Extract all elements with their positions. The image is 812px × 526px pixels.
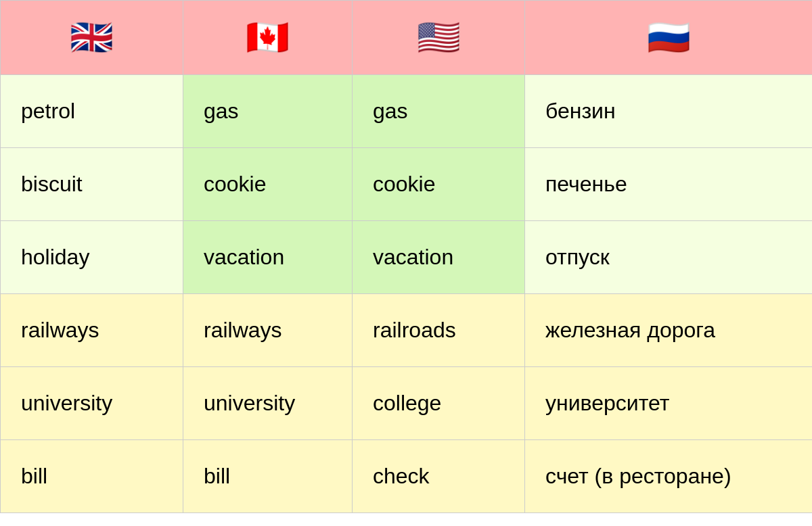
cell-university-col3: college (353, 367, 525, 440)
cell-holiday-col2: vacation (183, 221, 353, 294)
cell-holiday-col4: отпуск (525, 221, 813, 294)
header-row: 🇬🇧 🇨🇦 🇺🇸 🇷🇺 (1, 1, 813, 75)
header-col2: 🇨🇦 (183, 1, 353, 75)
cell-railways-col3: railroads (353, 294, 525, 367)
cell-petrol-col1: petrol (1, 75, 183, 148)
table-row-holiday: holidayvacationvacationотпуск (1, 221, 813, 294)
table-row-petrol: petrolgasgasбензин (1, 75, 813, 148)
table-row-bill: billbillcheckсчет (в ресторане) (1, 440, 813, 513)
table-row-railways: railwaysrailwaysrailroadsжелезная дорога (1, 294, 813, 367)
cell-biscuit-col4: печенье (525, 148, 813, 221)
cell-railways-col2: railways (183, 294, 353, 367)
cell-bill-col4: счет (в ресторане) (525, 440, 813, 513)
header-col3: 🇺🇸 (353, 1, 525, 75)
cell-railways-col4: железная дорога (525, 294, 813, 367)
cell-biscuit-col1: biscuit (1, 148, 183, 221)
cell-petrol-col3: gas (353, 75, 525, 148)
cell-bill-col2: bill (183, 440, 353, 513)
table-row-university: universityuniversitycollegeуниверситет (1, 367, 813, 440)
cell-biscuit-col2: cookie (183, 148, 353, 221)
header-col4: 🇷🇺 (525, 1, 813, 75)
table-row-biscuit: biscuitcookiecookieпеченье (1, 148, 813, 221)
cell-university-col4: университет (525, 367, 813, 440)
cell-university-col2: university (183, 367, 353, 440)
cell-petrol-col2: gas (183, 75, 353, 148)
cell-holiday-col1: holiday (1, 221, 183, 294)
cell-university-col1: university (1, 367, 183, 440)
cell-holiday-col3: vacation (353, 221, 525, 294)
cell-railways-col1: railways (1, 294, 183, 367)
cell-biscuit-col3: cookie (353, 148, 525, 221)
cell-bill-col1: bill (1, 440, 183, 513)
cell-bill-col3: check (353, 440, 525, 513)
cell-petrol-col4: бензин (525, 75, 813, 148)
header-col1: 🇬🇧 (1, 1, 183, 75)
